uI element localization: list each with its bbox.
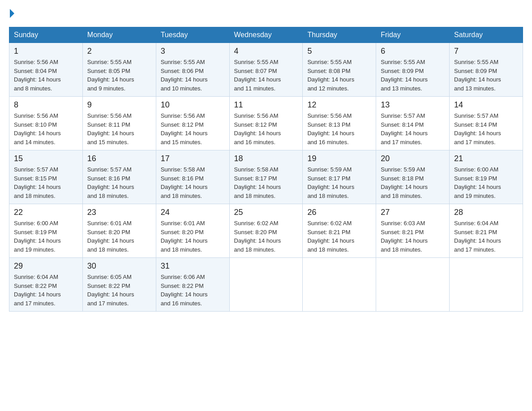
calendar-cell: 16 Sunrise: 5:57 AM Sunset: 8:16 PM Dayl… [82,150,156,204]
calendar-cell: 25 Sunrise: 6:02 AM Sunset: 8:20 PM Dayl… [229,204,303,258]
calendar-cell: 31 Sunrise: 6:06 AM Sunset: 8:22 PM Dayl… [156,258,229,312]
day-number: 28 [454,208,518,217]
calendar-cell: 1 Sunrise: 5:56 AM Sunset: 8:04 PM Dayli… [9,43,83,97]
logo [9,9,15,18]
day-number: 12 [307,100,371,110]
day-number: 21 [454,154,518,163]
day-number: 2 [87,47,151,56]
calendar-cell: 22 Sunrise: 6:00 AM Sunset: 8:19 PM Dayl… [9,204,83,258]
column-header-saturday: Saturday [450,27,523,43]
calendar-cell: 10 Sunrise: 5:56 AM Sunset: 8:12 PM Dayl… [156,97,229,150]
day-info: Sunrise: 5:55 AM Sunset: 8:09 PM Dayligh… [454,58,518,93]
calendar-cell: 6 Sunrise: 5:55 AM Sunset: 8:09 PM Dayli… [376,43,450,97]
day-number: 3 [161,47,225,56]
calendar-cell: 2 Sunrise: 5:55 AM Sunset: 8:05 PM Dayli… [82,43,156,97]
day-number: 7 [454,47,518,56]
page-header [9,9,523,18]
day-number: 17 [161,154,225,163]
day-info: Sunrise: 6:00 AM Sunset: 8:19 PM Dayligh… [14,219,78,254]
day-info: Sunrise: 5:58 AM Sunset: 8:17 PM Dayligh… [234,165,298,200]
calendar-cell: 5 Sunrise: 5:55 AM Sunset: 8:08 PM Dayli… [303,43,376,97]
calendar-cell: 18 Sunrise: 5:58 AM Sunset: 8:17 PM Dayl… [229,150,303,204]
calendar-cell: 9 Sunrise: 5:56 AM Sunset: 8:11 PM Dayli… [82,97,156,150]
calendar-cell: 24 Sunrise: 6:01 AM Sunset: 8:20 PM Dayl… [156,204,229,258]
day-number: 27 [381,208,445,217]
column-header-tuesday: Tuesday [156,27,229,43]
day-number: 1 [14,47,78,56]
day-number: 19 [307,154,371,163]
calendar-cell: 14 Sunrise: 5:57 AM Sunset: 8:14 PM Dayl… [450,97,523,150]
day-number: 4 [234,47,298,56]
day-info: Sunrise: 5:55 AM Sunset: 8:06 PM Dayligh… [161,58,225,93]
calendar-cell: 20 Sunrise: 5:59 AM Sunset: 8:18 PM Dayl… [376,150,450,204]
calendar-cell: 3 Sunrise: 5:55 AM Sunset: 8:06 PM Dayli… [156,43,229,97]
day-info: Sunrise: 6:04 AM Sunset: 8:21 PM Dayligh… [454,219,518,254]
day-info: Sunrise: 5:55 AM Sunset: 8:05 PM Dayligh… [87,58,151,93]
day-number: 30 [87,261,151,271]
calendar-cell: 7 Sunrise: 5:55 AM Sunset: 8:09 PM Dayli… [450,43,523,97]
day-number: 25 [234,208,298,217]
day-info: Sunrise: 5:56 AM Sunset: 8:10 PM Dayligh… [14,111,78,146]
day-info: Sunrise: 6:06 AM Sunset: 8:22 PM Dayligh… [161,273,225,308]
day-info: Sunrise: 6:02 AM Sunset: 8:20 PM Dayligh… [234,219,298,254]
day-info: Sunrise: 5:56 AM Sunset: 8:12 PM Dayligh… [161,111,225,146]
day-number: 16 [87,154,151,163]
day-number: 18 [234,154,298,163]
day-info: Sunrise: 5:59 AM Sunset: 8:17 PM Dayligh… [307,165,371,200]
day-number: 14 [454,100,518,110]
day-number: 22 [14,208,78,217]
calendar-cell: 8 Sunrise: 5:56 AM Sunset: 8:10 PM Dayli… [9,97,83,150]
calendar-cell: 11 Sunrise: 5:56 AM Sunset: 8:12 PM Dayl… [229,97,303,150]
calendar-cell: 30 Sunrise: 6:05 AM Sunset: 8:22 PM Dayl… [82,258,156,312]
day-info: Sunrise: 6:03 AM Sunset: 8:21 PM Dayligh… [381,219,445,254]
day-info: Sunrise: 5:56 AM Sunset: 8:13 PM Dayligh… [307,111,371,146]
calendar-cell [229,258,303,312]
logo-arrow-icon [10,9,14,18]
calendar-cell: 13 Sunrise: 5:57 AM Sunset: 8:14 PM Dayl… [376,97,450,150]
column-header-monday: Monday [82,27,156,43]
day-info: Sunrise: 5:55 AM Sunset: 8:08 PM Dayligh… [307,58,371,93]
column-header-thursday: Thursday [303,27,376,43]
day-info: Sunrise: 5:58 AM Sunset: 8:16 PM Dayligh… [161,165,225,200]
day-number: 6 [381,47,445,56]
calendar-table: SundayMondayTuesdayWednesdayThursdayFrid… [9,27,523,312]
day-info: Sunrise: 6:05 AM Sunset: 8:22 PM Dayligh… [87,273,151,308]
calendar-cell: 17 Sunrise: 5:58 AM Sunset: 8:16 PM Dayl… [156,150,229,204]
day-number: 31 [161,261,225,271]
calendar-cell [450,258,523,312]
day-info: Sunrise: 5:57 AM Sunset: 8:16 PM Dayligh… [87,165,151,200]
day-info: Sunrise: 5:55 AM Sunset: 8:09 PM Dayligh… [381,58,445,93]
day-info: Sunrise: 6:02 AM Sunset: 8:21 PM Dayligh… [307,219,371,254]
day-info: Sunrise: 5:56 AM Sunset: 8:04 PM Dayligh… [14,58,78,93]
day-info: Sunrise: 5:59 AM Sunset: 8:18 PM Dayligh… [381,165,445,200]
day-number: 13 [381,100,445,110]
day-number: 5 [307,47,371,56]
column-header-friday: Friday [376,27,450,43]
day-number: 9 [87,100,151,110]
day-number: 8 [14,100,78,110]
column-header-sunday: Sunday [9,27,83,43]
day-info: Sunrise: 6:01 AM Sunset: 8:20 PM Dayligh… [87,219,151,254]
day-number: 29 [14,261,78,271]
calendar-cell: 21 Sunrise: 6:00 AM Sunset: 8:19 PM Dayl… [450,150,523,204]
day-number: 24 [161,208,225,217]
calendar-cell: 26 Sunrise: 6:02 AM Sunset: 8:21 PM Dayl… [303,204,376,258]
day-number: 15 [14,154,78,163]
calendar-cell [376,258,450,312]
column-header-wednesday: Wednesday [229,27,303,43]
day-info: Sunrise: 5:57 AM Sunset: 8:14 PM Dayligh… [381,111,445,146]
calendar-cell [303,258,376,312]
day-number: 11 [234,100,298,110]
calendar-cell: 19 Sunrise: 5:59 AM Sunset: 8:17 PM Dayl… [303,150,376,204]
day-info: Sunrise: 5:57 AM Sunset: 8:14 PM Dayligh… [454,111,518,146]
day-number: 26 [307,208,371,217]
calendar-cell: 15 Sunrise: 5:57 AM Sunset: 8:15 PM Dayl… [9,150,83,204]
calendar-cell: 27 Sunrise: 6:03 AM Sunset: 8:21 PM Dayl… [376,204,450,258]
day-info: Sunrise: 5:56 AM Sunset: 8:12 PM Dayligh… [234,111,298,146]
day-number: 20 [381,154,445,163]
calendar-cell: 12 Sunrise: 5:56 AM Sunset: 8:13 PM Dayl… [303,97,376,150]
day-info: Sunrise: 6:04 AM Sunset: 8:22 PM Dayligh… [14,273,78,308]
calendar-cell: 23 Sunrise: 6:01 AM Sunset: 8:20 PM Dayl… [82,204,156,258]
day-info: Sunrise: 6:00 AM Sunset: 8:19 PM Dayligh… [454,165,518,200]
day-info: Sunrise: 5:56 AM Sunset: 8:11 PM Dayligh… [87,111,151,146]
